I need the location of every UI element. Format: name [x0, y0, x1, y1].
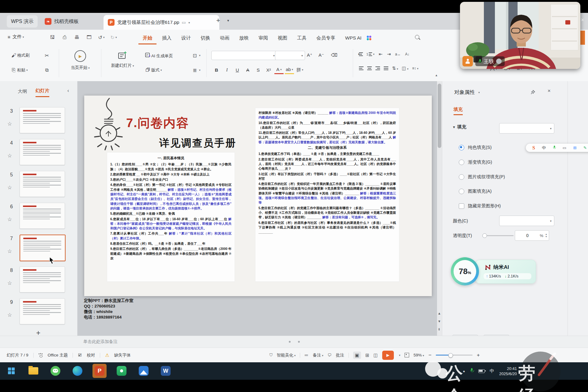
- tab-list-caret-icon[interactable]: ▾: [227, 18, 229, 23]
- notes-toggle-button[interactable]: 备注▾: [313, 352, 323, 358]
- menu-tab[interactable]: 放映: [235, 32, 253, 44]
- recorder-toolbar[interactable]: S 中 ▭ ⊞ ✎: [526, 144, 588, 152]
- slide-thumbnail-preview[interactable]: [20, 266, 65, 292]
- tab-template-store[interactable]: ❧ 找稻壳模板: [40, 15, 83, 28]
- vertical-text-button[interactable]: ≡↕▾: [412, 66, 419, 70]
- save-icon[interactable]: 🖫: [48, 33, 56, 41]
- star-icon[interactable]: ☆: [7, 121, 12, 127]
- pinyin-button[interactable]: 拼▾: [295, 66, 304, 74]
- new-slide-button[interactable]: 新建幻灯片▾: [106, 50, 139, 68]
- slide-thumbnail-row[interactable]: 5 ☆: [0, 171, 77, 196]
- questionnaire-left-column[interactable]: 一. 居民基本情况1.（1）您的性别____①男 ②女；（2）年龄___岁；（3…: [107, 152, 235, 282]
- tab-document[interactable]: P 党建引领基层社会治理617.pp ▭ ●: [104, 15, 219, 30]
- italic-button[interactable]: I: [222, 66, 232, 74]
- notification-center-icon[interactable]: [522, 368, 529, 374]
- undo-icon[interactable]: ↺▾: [97, 33, 105, 41]
- underline-button[interactable]: U: [233, 66, 242, 74]
- sorter-view-icon[interactable]: ⊞: [365, 352, 369, 358]
- tab-outline[interactable]: 大纲: [18, 89, 27, 97]
- star-icon[interactable]: ☆: [7, 153, 12, 159]
- spinner-arrows-icon[interactable]: ▲▼: [545, 233, 547, 238]
- slide-thumbnail-preview[interactable]: [20, 139, 65, 165]
- zoom-slider[interactable]: [436, 355, 473, 356]
- menu-tab[interactable]: 工具: [293, 32, 311, 44]
- start-button[interactable]: [4, 364, 18, 378]
- transparency-slider[interactable]: [484, 235, 514, 236]
- char-spacing-icon[interactable]: a↔: [395, 52, 401, 56]
- cut-button[interactable]: ✂: [43, 52, 50, 59]
- taskbar-explorer-icon[interactable]: [26, 364, 40, 378]
- window-close-button[interactable]: ×: [581, 17, 584, 23]
- layout-button[interactable]: 🗇版式▾: [145, 67, 162, 74]
- slide-thumbnail-row[interactable]: 9 ☆: [0, 298, 77, 324]
- menu-tab[interactable]: 切换: [196, 32, 214, 44]
- slide-thumbnail-preview[interactable]: [20, 107, 65, 133]
- radio-picture-fill[interactable]: 图片或纹理填充(P): [459, 174, 505, 180]
- normal-view-icon[interactable]: ▣: [353, 352, 361, 359]
- justify-button[interactable]: [384, 66, 388, 70]
- tray-expand-icon[interactable]: ▲: [462, 369, 466, 373]
- slide-thumbnail-row[interactable]: 3 ☆: [0, 107, 77, 133]
- menu-tab[interactable]: 设计: [177, 32, 195, 44]
- increase-font-button[interactable]: A⁺: [305, 51, 314, 59]
- notes-placeholder[interactable]: 单击此处添加备注: [83, 339, 118, 345]
- menu-tab[interactable]: 开始: [138, 32, 156, 44]
- zoom-slider-knob[interactable]: [448, 353, 453, 358]
- print-preview-icon[interactable]: 🗔: [85, 33, 93, 41]
- slide-thumbnail-preview[interactable]: [20, 235, 66, 261]
- shadow-button[interactable]: S: [254, 66, 263, 74]
- recorder-grid-icon[interactable]: ⊞: [573, 145, 577, 150]
- proofread-button[interactable]: 校对: [87, 352, 95, 358]
- star-icon[interactable]: ☆: [7, 312, 12, 318]
- tray-mic-icon[interactable]: [470, 368, 473, 374]
- recorder-ime[interactable]: 中: [542, 145, 546, 151]
- zoom-out-button[interactable]: −: [428, 352, 432, 358]
- next-slide-icon[interactable]: ▼: [438, 319, 441, 323]
- share-screen-icon[interactable]: ▭: [182, 20, 186, 25]
- clock[interactable]: 20:41 2025/6/20: [499, 366, 517, 376]
- menu-tab[interactable]: WPS AI: [341, 32, 366, 44]
- recorder-pen-icon[interactable]: ✎: [583, 145, 587, 150]
- redo-icon[interactable]: ↻▾: [110, 33, 118, 41]
- close-panel-icon[interactable]: ×: [548, 88, 551, 94]
- previous-slide-icon[interactable]: ▲: [438, 311, 441, 315]
- section-button[interactable]: ≣▾: [191, 67, 201, 74]
- star-icon[interactable]: ☆: [7, 216, 12, 223]
- slide-editor[interactable]: 7.问卷内容 详见调查员手册 一. 居民基本情况1.（1）您的性别____①男 …: [84, 96, 432, 296]
- font-size-select[interactable]: ▾: [275, 51, 305, 60]
- decrease-indent-icon[interactable]: ⇤: [379, 51, 383, 57]
- webcam-overlay[interactable]: 王轶: [460, 2, 580, 69]
- clear-format-icon[interactable]: ⌫: [330, 51, 339, 59]
- slide-thumbnail-row[interactable]: 8 ☆: [0, 266, 77, 292]
- superscript-button[interactable]: X²: [264, 66, 273, 74]
- tab-slides[interactable]: 幻灯片: [36, 88, 49, 97]
- taskbar-edge-icon[interactable]: [70, 364, 85, 378]
- radio-pattern-fill[interactable]: 图案填充(A): [459, 188, 492, 194]
- missing-font-button[interactable]: 缺失字体: [114, 352, 131, 358]
- font-family-select[interactable]: ▾: [211, 51, 277, 60]
- increase-indent-icon[interactable]: ⇥: [387, 51, 391, 57]
- transparency-knob[interactable]: [482, 233, 487, 238]
- color-select[interactable]: ▾: [499, 216, 554, 226]
- taskbar-meeting-icon[interactable]: [115, 364, 129, 378]
- fit-slide-icon[interactable]: [405, 353, 409, 357]
- star-icon[interactable]: ☆: [7, 184, 12, 191]
- file-menu-button[interactable]: ≡ 文件 ▾: [8, 34, 24, 40]
- slide-thumbnail-row[interactable]: 4 ☆: [0, 139, 77, 164]
- slide-thumbnail-row[interactable]: 6 ☆: [0, 203, 77, 228]
- battery-icon[interactable]: [478, 369, 485, 373]
- taskbar-wechat-icon[interactable]: [48, 364, 62, 378]
- collapse-ribbon-icon[interactable]: ▲: [435, 74, 438, 77]
- checkbox-hide-background[interactable]: 隐藏背景图形(H): [459, 203, 501, 209]
- slideshow-caret-icon[interactable]: ▾: [399, 354, 401, 357]
- align-left-button[interactable]: [359, 66, 364, 70]
- new-tab-button[interactable]: +: [216, 17, 220, 24]
- slide-thumbnail-preview[interactable]: [20, 298, 65, 324]
- search-icon[interactable]: [415, 35, 419, 40]
- zoom-level[interactable]: 59%▾: [413, 353, 424, 357]
- menu-tab[interactable]: 视图: [273, 32, 292, 44]
- fill-preset-select[interactable]: ▾: [499, 123, 554, 134]
- play-from-current-button[interactable]: ▶ 当页开始▾: [65, 50, 96, 70]
- slide-thumbnail-row[interactable]: 7 ☆: [0, 235, 77, 260]
- strikethrough-button[interactable]: A: [243, 66, 252, 74]
